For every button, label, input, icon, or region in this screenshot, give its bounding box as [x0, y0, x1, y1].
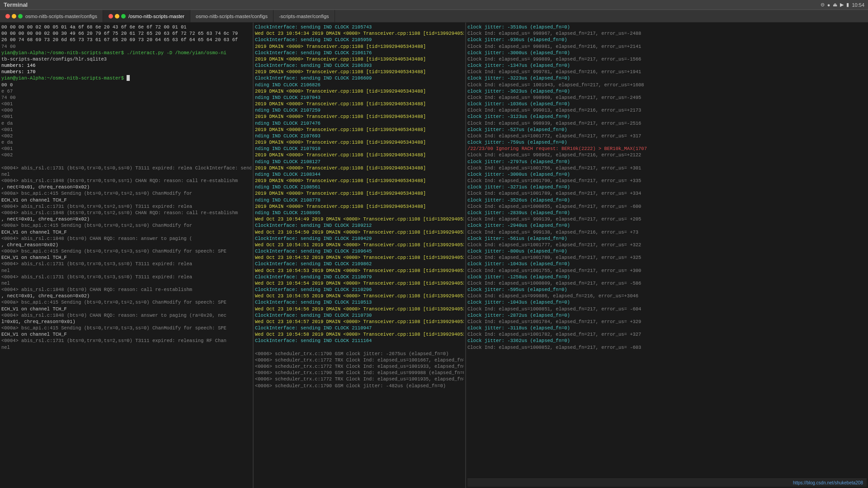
tab-close-btn-1[interactable] — [5, 14, 10, 19]
tab-close-btn-2[interactable] — [108, 14, 113, 19]
tab-label-2: /osmo-nitb-scripts-master — [128, 14, 184, 19]
tab-min-btn-2[interactable] — [115, 14, 119, 19]
tab-1[interactable]: osmo-nitb-scripts-master/configs — [0, 10, 103, 22]
panel-left: 00 00 00 00 02 00 05 01 4a 6f 68 6e 20 4… — [0, 23, 253, 488]
volume-icon: ▶ — [840, 2, 844, 8]
panel-mid-content[interactable]: ClockInterface: sending IND CLOCK 210574… — [255, 24, 464, 487]
panel-mid: ClockInterface: sending IND CLOCK 210574… — [253, 23, 466, 488]
wifi-icon: ⊝ — [821, 2, 825, 8]
clock: 10:54 — [852, 2, 864, 8]
bluetooth-icon: ⏏ — [833, 2, 837, 8]
panel-right-content[interactable]: clock jitter: -3510us (elapsed_fn=0) Clo… — [467, 24, 867, 479]
tab-min-btn-1[interactable] — [12, 14, 16, 19]
tab-label-3: osmo-nitb-scripts-master/configs — [196, 14, 268, 19]
title-bar: Terminal ⊝ ● ⏏ ▶ ▮ 10:54 — [0, 0, 868, 10]
app-title: Terminal — [4, 1, 28, 8]
tab-label-4: -scripts-master/configs — [279, 14, 329, 19]
tab-max-btn-2[interactable] — [121, 14, 126, 19]
tab-bar: osmo-nitb-scripts-master/configs /osmo-n… — [0, 10, 868, 23]
statusbar-link[interactable]: https://blog.csdn.net/shukebeta208 — [793, 480, 863, 485]
main-content: 00 00 00 00 02 00 05 01 4a 6f 68 6e 20 4… — [0, 23, 868, 488]
system-tray: ⊝ ● ⏏ ▶ ▮ 10:54 — [821, 2, 864, 8]
panel-left-content[interactable]: 00 00 00 00 02 00 05 01 4a 6f 68 6e 20 4… — [1, 24, 251, 487]
statusbar: https://blog.csdn.net/shukebeta208 — [467, 479, 867, 487]
tab-3[interactable]: osmo-nitb-scripts-master/configs — [190, 10, 274, 22]
tab-max-btn-1[interactable] — [18, 14, 23, 19]
tab-4[interactable]: -scripts-master/configs — [274, 10, 335, 22]
network-icon: ● — [827, 2, 830, 8]
battery-icon: ▮ — [846, 2, 849, 8]
tab-2[interactable]: /osmo-nitb-scripts-master — [103, 10, 190, 22]
panel-right: clock jitter: -3510us (elapsed_fn=0) Clo… — [466, 23, 868, 488]
tab-label-1: osmo-nitb-scripts-master/configs — [25, 14, 97, 19]
statusbar-url: https://blog.csdn.net/shukebeta208 — [793, 480, 863, 486]
